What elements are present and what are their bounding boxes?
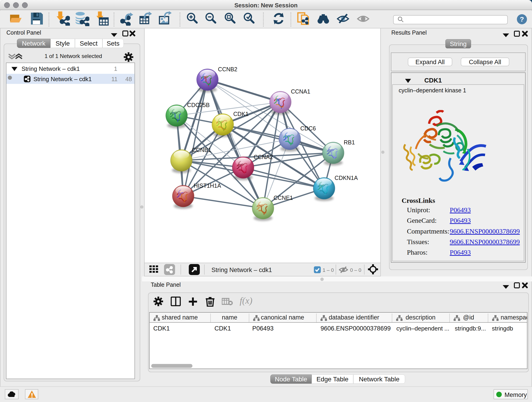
svg-text:CCNE1: CCNE1: [273, 195, 293, 201]
svg-text:CCNA2: CCNA2: [254, 154, 273, 160]
svg-text:HIST1H1A: HIST1H1A: [194, 182, 221, 189]
svg-text:CDK1: CDK1: [233, 111, 249, 117]
svg-text:CDC6: CDC6: [300, 125, 316, 132]
svg-text:CCNB2: CCNB2: [218, 66, 237, 72]
svg-text:CCNA1: CCNA1: [291, 88, 310, 95]
svg-text:RB1: RB1: [344, 139, 355, 146]
svg-text:CDKN1A: CDKN1A: [335, 175, 358, 181]
svg-text:CCNB1: CCNB1: [192, 147, 211, 153]
svg-text:CDC25B: CDC25B: [187, 102, 210, 108]
